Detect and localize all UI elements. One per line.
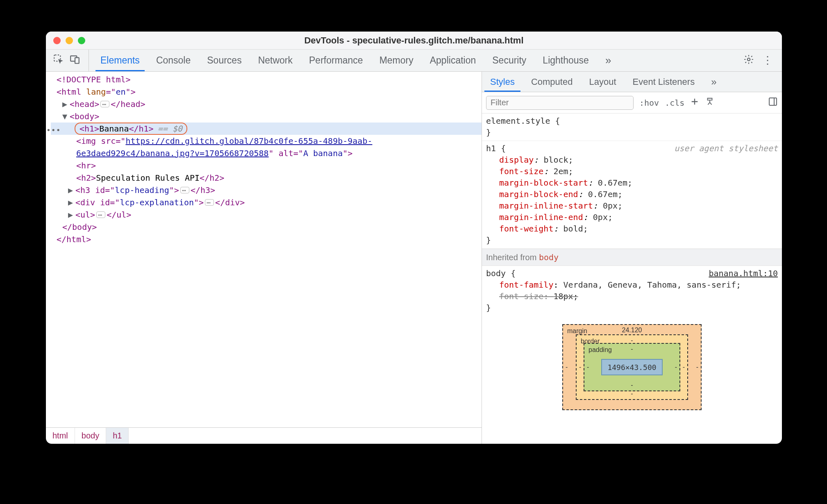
styles-filter-bar: :hov .cls [482, 92, 782, 114]
keyboard-icon[interactable] [705, 97, 715, 109]
bm-margin-top[interactable]: 24.120 [622, 327, 642, 334]
dom-h3[interactable]: ▶<h3 id="lcp-heading"></h3> [51, 184, 482, 196]
expand-icon[interactable]: ▶ [68, 196, 75, 209]
tab-application[interactable]: Application [422, 50, 484, 71]
rtab-event-listeners[interactable]: Event Listeners [625, 72, 703, 92]
bm-content-size[interactable]: 1496×43.500 [601, 359, 663, 375]
cls-toggle[interactable]: .cls [665, 98, 684, 108]
svg-rect-2 [75, 57, 79, 63]
dom-hr[interactable]: <hr> [51, 159, 482, 172]
rule-element-style[interactable]: element.style { } [482, 114, 782, 141]
device-toggle-icon[interactable] [70, 54, 80, 67]
rule-body[interactable]: banana.html:10 body { font-family: Verda… [482, 266, 782, 316]
tabs-overflow-button[interactable]: » [597, 50, 619, 71]
inspect-element-icon[interactable] [53, 54, 64, 67]
dom-html-open[interactable]: <html lang="en"> [51, 86, 482, 98]
rtab-computed[interactable]: Computed [523, 72, 581, 92]
dom-h1-selected[interactable]: ••• <h1>Banana</h1> == $0 [51, 123, 482, 135]
expand-icon[interactable]: ▶ [68, 209, 75, 221]
dom-h1-close: </h1> [129, 123, 153, 135]
styles-rules[interactable]: element.style { } user agent stylesheet … [482, 114, 782, 444]
elements-pane: <!DOCTYPE html> <html lang="en"> ▶<head>… [46, 72, 482, 444]
expand-icon[interactable]: ▶ [68, 184, 75, 196]
dom-h1-text: Banana [99, 123, 129, 135]
hov-toggle[interactable]: :hov [639, 98, 659, 108]
dom-img[interactable]: <img src="https://cdn.glitch.global/87b4… [51, 135, 482, 159]
crumb-h1[interactable]: h1 [106, 428, 129, 444]
tab-memory[interactable]: Memory [371, 50, 422, 71]
zoom-window-button[interactable] [78, 37, 85, 44]
tab-sources[interactable]: Sources [199, 50, 250, 71]
window-title: DevTools - speculative-rules.glitch.me/b… [46, 35, 782, 46]
dom-div[interactable]: ▶<div id="lcp-explanation"></div> [51, 196, 482, 209]
rule-h1[interactable]: user agent stylesheet h1 { display: bloc… [482, 141, 782, 249]
bm-padding-label: padding [588, 346, 612, 354]
devtools-window: DevTools - speculative-rules.glitch.me/b… [46, 32, 782, 444]
dom-doctype[interactable]: <!DOCTYPE html> [51, 73, 482, 86]
rtabs-overflow-button[interactable]: » [703, 72, 725, 92]
close-window-button[interactable] [53, 37, 61, 44]
panel-tabs: Elements Console Sources Network Perform… [92, 50, 619, 71]
dom-ul[interactable]: ▶<ul></ul> [51, 209, 482, 221]
styles-pane: Styles Computed Layout Event Listeners »… [482, 72, 782, 444]
kebab-menu-icon[interactable]: ⋮ [762, 54, 773, 67]
dom-body-open[interactable]: ▼<body> [51, 110, 482, 123]
rtab-layout[interactable]: Layout [581, 72, 624, 92]
new-style-rule-icon[interactable] [690, 97, 699, 109]
rtab-styles[interactable]: Styles [482, 72, 523, 92]
dom-h1-open: <h1> [80, 123, 99, 135]
settings-icon[interactable] [743, 54, 754, 67]
crumb-html[interactable]: html [46, 428, 75, 444]
dom-tree[interactable]: <!DOCTYPE html> <html lang="en"> ▶<head>… [46, 72, 482, 427]
dollar-zero-hint: == $0 [158, 123, 182, 135]
titlebar: DevTools - speculative-rules.glitch.me/b… [46, 32, 782, 50]
dom-h2[interactable]: <h2>Speculation Rules API</h2> [51, 172, 482, 184]
bm-margin-label: margin [567, 327, 587, 335]
box-model[interactable]: margin 24.120 - - border - - - - [482, 316, 782, 410]
dom-html-close[interactable]: </html> [51, 233, 482, 245]
collapse-icon[interactable]: ▼ [62, 110, 70, 123]
expand-icon[interactable]: ▶ [62, 98, 70, 110]
collapsed-ellipsis-icon[interactable] [96, 211, 105, 218]
tab-network[interactable]: Network [250, 50, 301, 71]
inherited-section: Inherited from body [482, 249, 782, 266]
dom-body-close[interactable]: </body> [51, 221, 482, 233]
minimize-window-button[interactable] [66, 37, 73, 44]
tab-performance[interactable]: Performance [301, 50, 371, 71]
collapsed-ellipsis-icon[interactable] [205, 199, 214, 206]
svg-point-3 [747, 58, 750, 61]
collapsed-ellipsis-icon[interactable] [100, 101, 109, 107]
main-toolbar: Elements Console Sources Network Perform… [46, 50, 782, 72]
dom-head[interactable]: ▶<head></head> [51, 98, 482, 110]
breadcrumb: html body h1 [46, 427, 482, 444]
rule-origin: user agent stylesheet [674, 143, 778, 154]
computed-sidebar-toggle-icon[interactable] [768, 97, 778, 109]
more-actions-icon[interactable]: ••• [46, 124, 61, 136]
svg-rect-4 [769, 98, 777, 105]
tab-console[interactable]: Console [148, 50, 199, 71]
tab-elements[interactable]: Elements [92, 50, 148, 71]
crumb-body[interactable]: body [75, 428, 106, 444]
tab-lighthouse[interactable]: Lighthouse [534, 50, 597, 71]
tab-security[interactable]: Security [484, 50, 534, 71]
dom-img-alt: A banana [303, 148, 343, 158]
styles-filter-input[interactable] [486, 96, 634, 110]
file-link[interactable]: banana.html:10 [709, 268, 778, 279]
collapsed-ellipsis-icon[interactable] [180, 187, 189, 193]
sidebar-tabs: Styles Computed Layout Event Listeners » [482, 72, 782, 92]
